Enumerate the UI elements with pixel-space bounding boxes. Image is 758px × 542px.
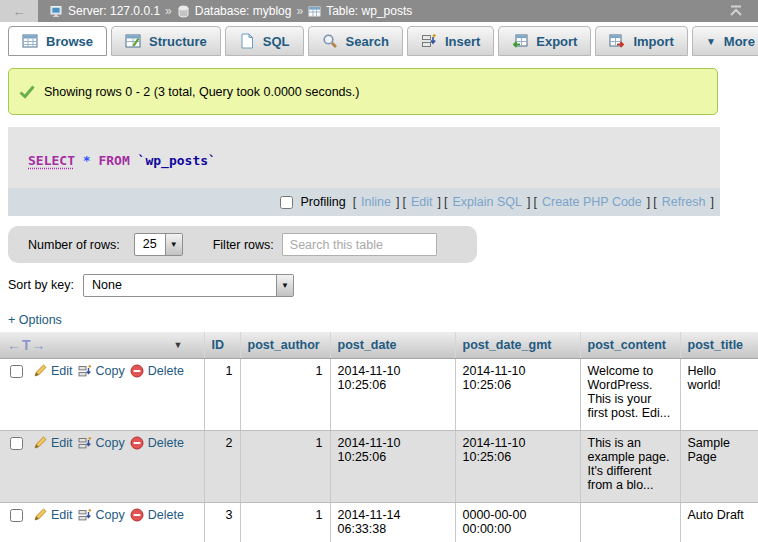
cell-post-content: This is an example page. It's different … (580, 431, 680, 503)
row-select-checkbox[interactable] (10, 509, 23, 522)
row-select-checkbox[interactable] (10, 437, 23, 450)
copy-label: Copy (96, 508, 125, 522)
delete-link[interactable]: Delete (130, 508, 184, 522)
chevron-down-icon[interactable]: ▼ (174, 340, 183, 350)
back-arrow-icon: ← (13, 4, 26, 19)
tab-sql[interactable]: SQL (225, 26, 304, 56)
delete-icon (130, 364, 144, 378)
delete-link[interactable]: Delete (130, 364, 184, 378)
sql-star: * (83, 153, 91, 168)
column-header-post-title[interactable]: post_title (680, 332, 758, 359)
row-nav-arrows[interactable]: ←T→ (7, 337, 47, 353)
edit-link[interactable]: Edit (33, 436, 73, 450)
breadcrumb-table[interactable]: Table: wp_posts (308, 4, 412, 18)
browse-icon (22, 33, 38, 49)
breadcrumb-server[interactable]: Server: 127.0.0.1 (50, 4, 160, 18)
filter-rows-input[interactable] (282, 233, 437, 256)
column-header-post-author[interactable]: post_author (240, 332, 330, 359)
copy-link[interactable]: Copy (78, 508, 125, 522)
back-button[interactable]: ← (0, 0, 38, 22)
breadcrumb-separator: » (165, 4, 172, 18)
table-icon (308, 5, 321, 18)
tab-insert-label: Insert (445, 34, 480, 49)
export-icon (512, 33, 528, 49)
results-header-row: ←T→ ▼ ID post_author post_date post_date… (0, 332, 758, 359)
edit-label: Edit (51, 436, 73, 450)
delete-icon (130, 508, 144, 522)
cell-post-content: Welcome to WordPress. This is your first… (580, 359, 680, 431)
sql-table-ref: `wp_posts` (138, 153, 216, 168)
cell-post-date-gmt: 2014-11-10 10:25:06 (455, 359, 580, 431)
bracket: [ (444, 195, 447, 209)
sort-by-key-select[interactable]: None ▼ (83, 274, 294, 297)
row-select-checkbox[interactable] (10, 365, 23, 378)
cell-post-date: 2014-11-10 10:25:06 (330, 431, 455, 503)
scroll-to-top-button[interactable] (728, 5, 744, 17)
breadcrumb-database-label: Database: myblog (195, 4, 292, 18)
tab-search[interactable]: Search (308, 26, 403, 56)
rows-control-bar: Number of rows: 25 ▼ Filter rows: (8, 226, 477, 263)
edit-link[interactable]: Edit (33, 508, 73, 522)
profiling-checkbox[interactable] (280, 196, 293, 209)
sort-row: Sort by key: None ▼ (8, 272, 294, 298)
options-toggle-link[interactable]: + Options (8, 313, 62, 327)
breadcrumb-database[interactable]: Database: myblog (177, 4, 292, 18)
cell-post-content (580, 503, 680, 542)
row-actions-cell: Edit Copy Delete (0, 359, 204, 431)
chevron-down-icon: ▼ (165, 234, 182, 255)
sql-query: SELECT * FROM `wp_posts` (8, 127, 720, 188)
delete-link[interactable]: Delete (130, 436, 184, 450)
copy-label: Copy (96, 436, 125, 450)
tab-more-label: More (724, 34, 755, 49)
bracket: ] (438, 195, 441, 209)
tab-browse-label: Browse (46, 34, 93, 49)
bracket: ] (396, 195, 399, 209)
explain-sql-link[interactable]: Explain SQL (452, 195, 521, 209)
copy-link[interactable]: Copy (78, 436, 125, 450)
header-actions-cell[interactable]: ←T→ ▼ (0, 332, 204, 359)
tab-structure[interactable]: Structure (111, 26, 221, 56)
tab-insert[interactable]: Insert (407, 26, 494, 56)
column-header-post-content[interactable]: post_content (580, 332, 680, 359)
bracket: [ (653, 195, 656, 209)
tab-search-label: Search (346, 34, 389, 49)
tab-more[interactable]: ▼ More (692, 26, 758, 56)
cell-post-author: 1 (240, 431, 330, 503)
tab-import[interactable]: Import (595, 26, 687, 56)
collapse-up-icon (728, 5, 744, 17)
chevron-down-icon: ▼ (276, 275, 293, 296)
result-message: Showing rows 0 - 2 (3 total, Query took … (8, 68, 718, 115)
column-header-id[interactable]: ID (204, 332, 240, 359)
tab-import-label: Import (633, 34, 673, 49)
delete-label: Delete (148, 508, 184, 522)
edit-pencil-icon (33, 508, 47, 522)
number-of-rows-select[interactable]: 25 ▼ (134, 233, 183, 256)
copy-link[interactable]: Copy (78, 364, 125, 378)
column-header-post-date-gmt[interactable]: post_date_gmt (455, 332, 580, 359)
copy-icon (78, 508, 92, 522)
sql-keyword-select: SELECT (28, 153, 75, 168)
tab-browse[interactable]: Browse (8, 26, 107, 56)
sql-icon (239, 33, 255, 49)
tab-export[interactable]: Export (498, 26, 591, 56)
column-header-post-date[interactable]: post_date (330, 332, 455, 359)
edit-link[interactable]: Edit (33, 364, 73, 378)
create-php-code-link[interactable]: Create PHP Code (542, 195, 642, 209)
cell-post-title: Hello world! (680, 359, 758, 431)
cell-post-title: Sample Page (680, 431, 758, 503)
delete-label: Delete (148, 436, 184, 450)
profiling-label: Profiling (300, 195, 345, 209)
breadcrumb-table-label: Table: wp_posts (326, 4, 412, 18)
import-icon (609, 33, 625, 49)
refresh-link[interactable]: Refresh (662, 195, 706, 209)
chevron-down-icon: ▼ (706, 36, 716, 47)
inline-link[interactable]: Inline (361, 195, 391, 209)
edit-label: Edit (51, 364, 73, 378)
edit-query-link[interactable]: Edit (411, 195, 433, 209)
query-tools: Profiling [ Inline ] [ Edit ] [ Explain … (8, 188, 720, 216)
bracket: ] (527, 195, 530, 209)
cell-post-author: 1 (240, 359, 330, 431)
row-actions-cell: Edit Copy Delete (0, 431, 204, 503)
tab-export-label: Export (536, 34, 577, 49)
bracket: [ (402, 195, 405, 209)
